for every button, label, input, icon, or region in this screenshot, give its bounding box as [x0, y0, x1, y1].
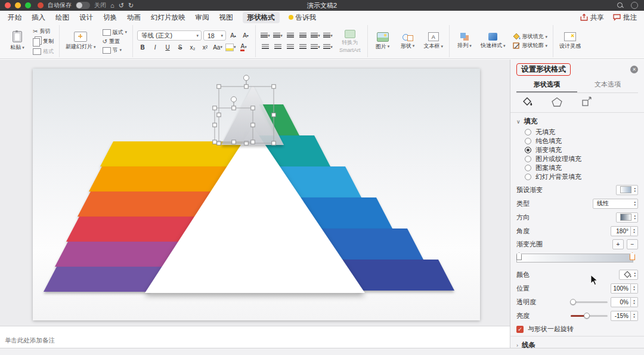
- tab-animations[interactable]: 动画: [126, 12, 141, 23]
- resize-handle[interactable]: [213, 106, 216, 110]
- share-button[interactable]: 共享: [580, 13, 604, 22]
- pyramid-graphic[interactable]: [33, 69, 480, 320]
- brightness-stepper[interactable]: -15%▴▾: [611, 311, 638, 321]
- close-panel-icon[interactable]: ✕: [630, 66, 638, 73]
- tab-shape-options[interactable]: 形状选项: [516, 78, 577, 92]
- text-direction-button[interactable]: ▾: [323, 31, 333, 41]
- textbox-button[interactable]: A 文本框▾: [422, 31, 445, 51]
- arrange-button[interactable]: 排列▾: [454, 32, 475, 51]
- line-spacing-button[interactable]: ▾: [310, 31, 321, 41]
- fill-option-row[interactable]: 幻灯片背景填充: [516, 172, 638, 181]
- close-window-button[interactable]: [5, 2, 11, 8]
- align-left-button[interactable]: [260, 42, 271, 52]
- grow-font-button[interactable]: A▴: [228, 31, 239, 41]
- size-properties-icon[interactable]: [581, 97, 593, 107]
- rotation-handle[interactable]: [244, 75, 249, 81]
- pyramid-band[interactable]: [89, 166, 231, 192]
- justify-button[interactable]: [298, 42, 308, 52]
- effects-icon[interactable]: [551, 97, 563, 107]
- radio-icon[interactable]: [525, 147, 531, 153]
- align-center-button[interactable]: [273, 42, 283, 52]
- rotation-handle[interactable]: [231, 97, 237, 102]
- checkbox-checked-icon[interactable]: ✓: [516, 326, 524, 333]
- brightness-slider[interactable]: [571, 315, 608, 317]
- slide-canvas[interactable]: [0, 60, 510, 326]
- cut-button[interactable]: ✂剪切: [32, 27, 55, 35]
- fill-option-row[interactable]: 图案填充: [516, 163, 638, 172]
- align-text-button[interactable]: ▾: [323, 42, 333, 52]
- bold-button[interactable]: B: [137, 42, 148, 52]
- comments-button[interactable]: 批注: [613, 13, 637, 22]
- shapes-button[interactable]: 形状▾: [397, 32, 419, 51]
- search-icon[interactable]: [617, 2, 624, 9]
- resize-handle[interactable]: [272, 85, 275, 88]
- quick-styles-button[interactable]: 快速样式▾: [479, 32, 507, 51]
- resize-handle[interactable]: [251, 140, 255, 144]
- tell-me-button[interactable]: 告诉我: [289, 13, 317, 22]
- font-size-select[interactable]: 18▾: [203, 30, 226, 41]
- autosave-toggle[interactable]: [76, 2, 90, 9]
- slide[interactable]: [33, 69, 480, 320]
- resize-handle[interactable]: [232, 106, 236, 110]
- superscript-button[interactable]: x²: [200, 42, 210, 52]
- radio-icon[interactable]: [525, 165, 531, 171]
- slider-knob[interactable]: [570, 299, 576, 305]
- align-right-button[interactable]: [285, 42, 296, 52]
- subscript-button[interactable]: x₂: [187, 42, 198, 52]
- resize-handle[interactable]: [217, 113, 221, 116]
- format-painter-button[interactable]: 格式: [32, 48, 55, 55]
- preset-gradient-dropdown[interactable]: ▴▾: [616, 185, 638, 195]
- undo-icon[interactable]: ↺: [119, 2, 124, 9]
- tab-shape-format[interactable]: 形状格式: [243, 12, 280, 23]
- shrink-font-button[interactable]: A▾: [240, 31, 251, 41]
- minimize-window-button[interactable]: [15, 2, 21, 8]
- pyramid-band[interactable]: [44, 267, 166, 292]
- decrease-indent-button[interactable]: [285, 31, 296, 41]
- notes-pane[interactable]: 单击此处添加备注: [0, 326, 510, 348]
- tab-home[interactable]: 开始: [7, 12, 22, 23]
- resize-handle[interactable]: [244, 85, 248, 88]
- line-section-header[interactable]: › 线条: [516, 339, 638, 351]
- window-controls[interactable]: [5, 2, 31, 8]
- gradient-bar[interactable]: [516, 254, 633, 263]
- type-dropdown[interactable]: 线性▴▾: [593, 199, 638, 209]
- section-button[interactable]: 节▾: [101, 47, 129, 54]
- change-case-button[interactable]: Aa▾: [212, 42, 223, 52]
- new-slide-button[interactable]: 新建幻灯片▾: [64, 30, 98, 52]
- tab-insert[interactable]: 插入: [31, 12, 46, 23]
- slider-knob[interactable]: [584, 313, 590, 319]
- radio-icon[interactable]: [525, 156, 531, 162]
- fill-option-row[interactable]: 图片或纹理填充: [516, 155, 638, 163]
- transparency-stepper[interactable]: 0%▴▾: [611, 297, 638, 307]
- resize-handle[interactable]: [251, 123, 255, 126]
- highlight-button[interactable]: ▾: [225, 42, 237, 52]
- shape-fill-button[interactable]: 形状填充▾: [511, 33, 549, 41]
- fill-line-icon[interactable]: [521, 97, 533, 107]
- fill-section-header[interactable]: ∨ 填充: [516, 115, 638, 128]
- tab-slideshow[interactable]: 幻灯片放映: [150, 12, 186, 23]
- numbering-button[interactable]: ▾: [273, 31, 283, 41]
- position-stepper[interactable]: 100%▴▾: [611, 283, 638, 294]
- shape-outline-button[interactable]: 形状轮廓▾: [511, 42, 549, 50]
- resize-handle[interactable]: [232, 140, 236, 144]
- tab-review[interactable]: 审阅: [195, 12, 210, 23]
- resize-handle[interactable]: [213, 140, 216, 144]
- tab-draw[interactable]: 绘图: [55, 12, 70, 23]
- radio-icon[interactable]: [525, 129, 531, 135]
- fill-option-row[interactable]: 渐变填充: [516, 146, 638, 155]
- pyramid-band[interactable]: [78, 192, 215, 217]
- bullets-button[interactable]: ▾: [260, 31, 271, 41]
- tab-design[interactable]: 设计: [79, 12, 94, 23]
- font-name-select[interactable]: 等线 (正文)▾: [137, 30, 202, 41]
- layout-button[interactable]: 版式▾: [101, 29, 129, 36]
- font-color-button[interactable]: A▾: [239, 42, 249, 52]
- increase-indent-button[interactable]: [298, 31, 308, 41]
- remove-stop-button[interactable]: −: [627, 239, 638, 249]
- columns-button[interactable]: ▾: [310, 42, 321, 52]
- radio-icon[interactable]: [525, 138, 531, 144]
- convert-to-smartart-button[interactable]: 转换为 SmartArt: [337, 30, 363, 53]
- reset-button[interactable]: ↺重置: [101, 38, 129, 45]
- resize-handle[interactable]: [213, 123, 216, 126]
- pyramid-band[interactable]: [55, 242, 182, 267]
- resize-handle[interactable]: [251, 106, 255, 110]
